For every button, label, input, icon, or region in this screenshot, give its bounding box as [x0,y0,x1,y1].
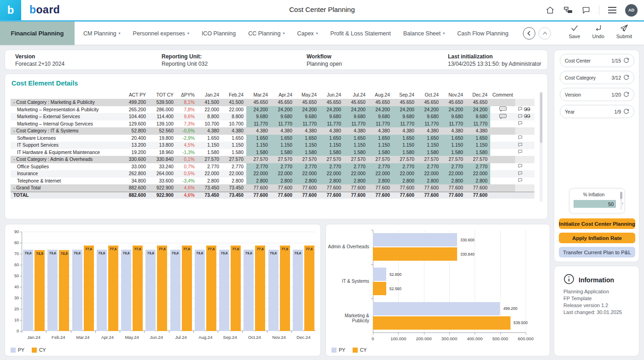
cell-month[interactable]: 9.680 [319,113,344,120]
cell-month[interactable]: 2.770 [344,163,368,171]
cell-month[interactable]: 11.770 [271,120,295,128]
tab-cc-planning[interactable]: CC Planning▾ [248,30,284,37]
tab-profit-loss-statement[interactable]: Profit & Loss Statement [331,30,391,37]
bar-cy-feb-24[interactable] [59,250,69,331]
cell-month[interactable]: 1.580 [319,149,344,156]
cell-month[interactable]: 24.200 [344,106,368,114]
cell-month[interactable]: 1.650 [344,135,368,142]
bar-cy-nov-24[interactable] [280,246,290,331]
bar-py-jun-24[interactable] [145,250,156,331]
cell-month[interactable]: 24.200 [368,106,393,114]
cell-month[interactable]: 9.680 [417,113,441,120]
tab-financial-planning[interactable]: Financial Planning [0,22,75,45]
cell-month[interactable]: 1.650 [368,135,393,142]
cell-month[interactable]: 1.150 [441,142,466,149]
bar-cy-admin-overheads[interactable] [373,247,457,261]
bar-cy-mar-24[interactable] [84,246,94,331]
refresh-icon[interactable] [623,91,629,97]
nav-up-button[interactable] [539,27,551,40]
cell-month[interactable]: 2.800 [295,177,319,185]
cell-comment[interactable] [490,135,515,142]
cell-month[interactable]: 2.770 [417,163,441,171]
nav-back-button[interactable] [523,27,535,40]
cell-month[interactable]: 24.200 [271,106,295,114]
home-icon[interactable] [545,6,555,15]
selector-cost-category[interactable]: Cost Category3/12 [560,71,634,84]
cell-comment[interactable] [490,106,515,114]
save-button[interactable]: Save [569,24,580,39]
cell-month[interactable]: 24.200 [246,106,271,114]
cell-month[interactable]: 2.770 [393,163,417,171]
cell-month[interactable]: 11.770 [466,120,490,128]
bar-py-it-systems[interactable] [373,268,386,281]
cell-month[interactable]: 22.000 [393,170,417,177]
bar-cy-sep-24[interactable] [231,246,241,331]
cell-month[interactable]: 1.150 [393,142,417,149]
cell-month[interactable]: 1.650 [441,135,466,142]
cell-month[interactable]: 11.770 [344,120,368,128]
bar-cy-dec-24[interactable] [304,246,314,331]
cell-month[interactable]: 1.580 [441,149,466,156]
cell-month[interactable]: 2.770 [319,163,344,171]
eyes-icon[interactable] [524,107,530,112]
bar-py-marketing-publicity[interactable] [373,302,500,315]
bar-py-jan-24[interactable] [23,250,33,331]
bar-py-jul-24[interactable] [170,250,180,331]
cell-month[interactable]: 2.800 [441,177,466,185]
bar-cy-jul-24[interactable] [182,246,192,331]
apply-inflation-rate-button[interactable]: Apply Inflation Rate [559,233,635,243]
bar-py-may-24[interactable] [121,250,131,331]
cell-month[interactable]: 1.150 [466,142,490,149]
bar-py-nov-24[interactable] [268,250,278,331]
cell-month[interactable]: 1.650 [271,135,295,142]
cell-month[interactable]: 22.000 [319,170,344,177]
bar-cy-jan-24[interactable] [35,250,45,331]
add-comment-bubble-icon[interactable] [518,114,522,120]
bar-py-mar-24[interactable] [72,250,82,331]
tab-ico-planning[interactable]: ICO Planning [202,30,236,37]
cell-month[interactable]: 1.150 [319,142,344,149]
cell-month[interactable]: 1.150 [246,142,271,149]
cell-month[interactable]: 2.770 [271,163,295,171]
bar-cy-apr-24[interactable] [108,246,118,331]
bar-cy-jun-24[interactable] [157,246,167,331]
cell-month[interactable]: 2.770 [466,163,490,171]
table-scrollbar[interactable] [540,91,543,202]
cell-month[interactable]: 24.200 [393,106,417,114]
cell-month[interactable]: 22.000 [246,170,271,177]
screens-icon[interactable] [563,6,573,15]
cell-month[interactable]: 22.000 [344,170,368,177]
cell-month[interactable]: 22.000 [466,170,490,177]
selector-version[interactable]: Version1/20 [560,88,634,101]
cell-month[interactable]: 1.650 [417,135,441,142]
bar-cy-it-systems[interactable] [373,282,386,295]
cell-month[interactable]: 22.000 [295,170,319,177]
add-comment-bubble-icon[interactable] [518,164,522,169]
cell-month[interactable]: 2.770 [441,163,466,171]
cell-month[interactable]: 9.680 [271,113,295,120]
add-comment-bubble-icon[interactable] [518,143,522,148]
cell-comment[interactable] [490,149,515,156]
cell-month[interactable]: 9.680 [246,113,271,120]
refresh-icon[interactable] [623,109,629,114]
cell-month[interactable]: 1.650 [295,135,319,142]
submit-button[interactable]: Submit [616,24,632,39]
cell-month[interactable]: 2.800 [344,177,368,185]
bar-cy-oct-24[interactable] [255,246,265,331]
add-comment-bubble-icon[interactable] [518,149,522,155]
cell-month[interactable]: 1.650 [319,135,344,142]
selector-year[interactable]: Year1/9 [560,105,634,118]
cell-month[interactable]: 1.150 [344,142,368,149]
cell-comment[interactable] [490,163,515,171]
cell-month[interactable]: 1.580 [417,149,441,156]
refresh-icon[interactable] [623,57,629,63]
tab-personnel-expenses[interactable]: Personnel expenses▾ [133,30,189,37]
bar-py-aug-24[interactable] [195,250,205,331]
chat-icon[interactable] [581,6,591,15]
cell-month[interactable]: 22.000 [368,170,393,177]
refresh-icon[interactable] [623,74,629,80]
comment-dots-icon[interactable] [499,106,507,113]
cell-month[interactable]: 11.770 [319,120,344,128]
cell-month[interactable]: 2.800 [466,177,490,185]
bar-cy-marketing-publicity[interactable] [373,316,511,330]
